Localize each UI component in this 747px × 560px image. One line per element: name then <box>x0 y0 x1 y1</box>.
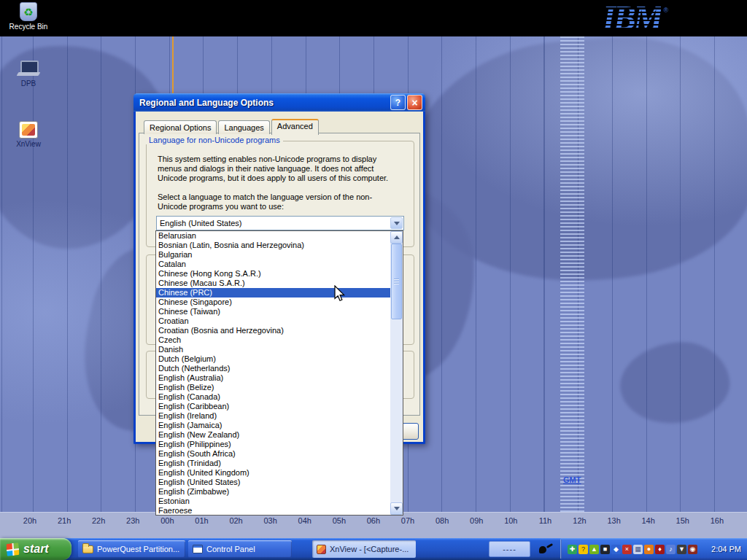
dropdown-item[interactable]: Belarusian <box>156 231 390 241</box>
desktop-icon-dpb[interactable]: DPB <box>7 61 50 88</box>
combobox-value: English (United States) <box>157 219 390 228</box>
tray-icon-6[interactable]: × <box>622 545 632 554</box>
dropdown-item[interactable]: Faeroese <box>156 506 390 515</box>
tab-advanced[interactable]: Advanced <box>271 119 319 135</box>
desktop-icon-label: Recycle Bin <box>9 23 48 31</box>
dropdown-item[interactable]: English (Caribbean) <box>156 402 390 411</box>
dropdown-item[interactable]: Dutch (Netherlands) <box>156 364 390 373</box>
dropdown-item[interactable]: English (Ireland) <box>156 411 390 421</box>
folder-icon <box>82 545 93 553</box>
close-button[interactable]: × <box>407 95 422 110</box>
timezone-label: 04h <box>294 516 316 525</box>
tray-icon-10[interactable]: ♪ <box>666 545 676 554</box>
dropdown-item[interactable]: Dutch (Belgium) <box>156 354 390 364</box>
windows-logo-icon <box>6 542 19 556</box>
timezone-label: 13h <box>603 516 625 525</box>
select-language-instruction: Select a language to match the language … <box>158 192 401 211</box>
timezone-label: 00h <box>156 516 178 525</box>
recycle-glyph-icon: ♻ <box>23 7 33 18</box>
tray-icon-9[interactable]: ♦ <box>655 545 665 554</box>
dropdown-item[interactable]: English (South Africa) <box>156 449 390 459</box>
ibm-logo: IBM ® <box>603 0 668 36</box>
dropdown-item[interactable]: English (Jamaica) <box>156 421 390 430</box>
dropdown-item[interactable]: Croatian (Bosnia and Herzegovina) <box>156 326 390 335</box>
dropdown-item[interactable]: Czech <box>156 335 390 345</box>
taskbar-button[interactable]: Control Panel <box>188 540 292 558</box>
dropdown-item[interactable]: English (United States) <box>156 478 390 487</box>
start-button[interactable]: start <box>0 538 71 560</box>
dropdown-items: BelarusianBosnian (Latin, Bosnia and Her… <box>156 231 390 515</box>
timezone-label: 16h <box>706 516 728 525</box>
tray-icon-3[interactable]: ▲ <box>589 545 599 554</box>
desktop-icon-xnview[interactable]: XnView <box>7 121 50 148</box>
timezone-label: 09h <box>465 516 487 525</box>
taskbar-button[interactable]: XnView - [<Capture-... <box>312 540 416 558</box>
dropdown-item[interactable]: English (Zimbabwe) <box>156 487 390 497</box>
timezone-label: 22h <box>88 516 109 525</box>
tab-languages[interactable]: Languages <box>218 120 269 134</box>
dropdown-item[interactable]: English (United Kingdom) <box>156 468 390 478</box>
timezone-label: 11h <box>534 516 556 525</box>
dropdown-item[interactable]: Chinese (Taiwan) <box>156 307 390 316</box>
taskbar-clock[interactable]: 2:04 PM <box>711 538 741 560</box>
tray-icon-1[interactable]: ✚ <box>568 545 577 554</box>
dialog-tabs: Regional Options Languages Advanced <box>144 119 320 134</box>
desktop-icon-label: DPB <box>21 79 36 88</box>
timezone-label: 05h <box>328 516 350 525</box>
dropdown-item[interactable]: Catalan <box>156 260 390 269</box>
language-combobox[interactable]: English (United States) <box>156 216 404 230</box>
dropdown-item[interactable]: Chinese (Singapore) <box>156 298 390 307</box>
dropdown-item[interactable]: English (Belize) <box>156 383 390 392</box>
tray-icon-5[interactable]: ◆ <box>611 545 621 554</box>
tray-icon-2[interactable]: ? <box>578 545 588 554</box>
plug-device-icon[interactable] <box>538 542 554 556</box>
dropdown-item[interactable]: English (New Zealand) <box>156 430 390 440</box>
scrollbar-down-button[interactable] <box>390 502 403 515</box>
start-button-label: start <box>23 542 49 556</box>
xnview-icon <box>317 545 326 554</box>
dialog-titlebar[interactable]: Regional and Language Options ? × <box>133 93 425 112</box>
dropdown-item[interactable]: Danish <box>156 345 390 354</box>
dropdown-item[interactable]: English (Australia) <box>156 373 390 383</box>
help-button[interactable]: ? <box>390 95 406 110</box>
dropdown-item[interactable]: English (Trinidad) <box>156 459 390 468</box>
scrollbar-up-button[interactable] <box>390 231 403 244</box>
tray-icon-11[interactable]: ▼ <box>677 545 686 554</box>
dropdown-item[interactable]: Bosnian (Latin, Bosnia and Herzegovina) <box>156 241 390 250</box>
arrow-up-icon <box>394 236 400 239</box>
dropdown-item[interactable]: Chinese (Hong Kong S.A.R.) <box>156 269 390 279</box>
dropdown-item[interactable]: Estonian <box>156 497 390 506</box>
taskbar-deskband[interactable]: ---- <box>489 541 530 557</box>
xnview-icon <box>19 121 38 139</box>
timezone-label: 01h <box>190 516 212 525</box>
ibm-registered-mark: ® <box>663 7 668 14</box>
dropdown-item[interactable]: Chinese (Macau S.A.R.) <box>156 279 390 288</box>
tray-icon-4[interactable]: ■ <box>600 545 610 554</box>
desktop: GMT 20h21h22h23h00h01h02h03h04h05h06h07h… <box>0 0 747 560</box>
timezone-label: 02h <box>225 516 247 525</box>
tray-icon-12[interactable]: ◉ <box>688 545 697 554</box>
taskbar: start PowerQuest Partition...Control Pan… <box>0 538 747 560</box>
timezone-label: 10h <box>500 516 522 525</box>
dropdown-scrollbar[interactable] <box>390 231 403 515</box>
dropdown-item[interactable]: Bulgarian <box>156 250 390 260</box>
dropdown-item[interactable]: English (Philippines) <box>156 440 390 449</box>
timezone-label: 21h <box>53 516 75 525</box>
dialog-title: Regional and Language Options <box>139 98 390 108</box>
dropdown-item[interactable]: English (Canada) <box>156 392 390 402</box>
recycle-bin-icon: ♻ <box>20 2 37 21</box>
ibm-logo-text: IBM <box>603 1 661 35</box>
combobox-dropdown-button[interactable] <box>390 217 403 229</box>
dropdown-item[interactable]: Chinese (PRC) <box>156 288 390 298</box>
system-tray: ✚?▲■◆×▦●♦♪▼◉ 2:04 PM <box>560 538 747 560</box>
taskbar-button-label: Control Panel <box>206 545 255 553</box>
scrollbar-thumb[interactable] <box>391 244 402 319</box>
tray-icon-7[interactable]: ▦ <box>633 545 643 554</box>
desktop-icon-recycle-bin[interactable]: ♻ Recycle Bin <box>7 2 50 31</box>
timezone-label: 14h <box>638 516 659 525</box>
taskbar-button[interactable]: PowerQuest Partition... <box>78 540 185 558</box>
tray-icon-8[interactable]: ● <box>644 545 654 554</box>
dropdown-item[interactable]: Croatian <box>156 316 390 326</box>
tab-regional-options[interactable]: Regional Options <box>144 120 217 134</box>
non-unicode-description: This system setting enables non-Unicode … <box>158 155 401 183</box>
